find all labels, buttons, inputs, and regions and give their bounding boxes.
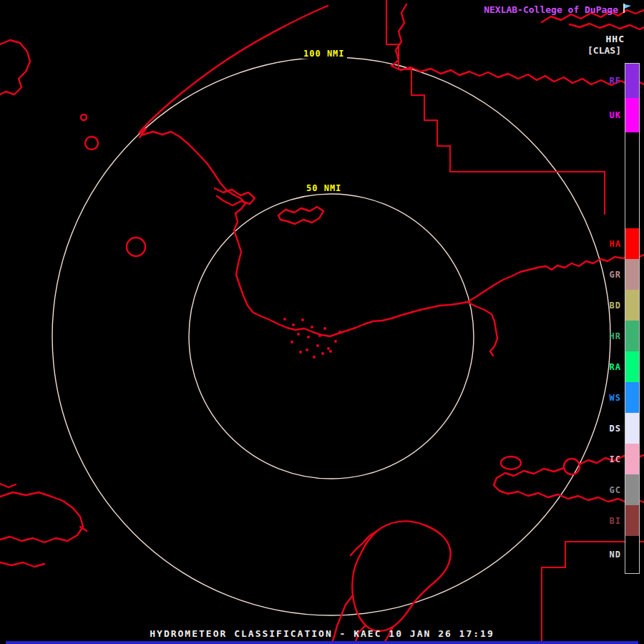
- legend-segment-nd: ND: [625, 536, 639, 573]
- coastline-bay-loop: [215, 188, 255, 205]
- coastline-left-bottom-blob: [0, 492, 83, 542]
- footer-bar: [6, 641, 638, 644]
- legend-label-uk: UK: [610, 110, 621, 120]
- legend-label-gc: GC: [610, 485, 621, 495]
- legend-label-rf: RF: [610, 76, 621, 86]
- legend-segment-gap: [625, 132, 639, 228]
- legend-label-ha: HA: [610, 239, 621, 249]
- legend-segment-bi: BI: [625, 505, 639, 536]
- island-east-circle: [564, 459, 580, 474]
- zone-line-northeast: [386, 0, 605, 215]
- radar-map: [0, 0, 644, 644]
- legend-segment-bd: BD: [625, 290, 639, 321]
- legend-segment-gr: GR: [625, 259, 639, 290]
- coastlines: [0, 4, 644, 644]
- ring-label-50nmi: 50 NMI: [304, 183, 343, 193]
- legend-label-bi: BI: [610, 516, 621, 526]
- coastline-left-top-blob: [0, 40, 30, 94]
- legend-segment-hr: HR: [625, 321, 639, 351]
- legend-segment-ra: RA: [625, 351, 639, 382]
- legend-segment-gc: GC: [625, 474, 639, 505]
- legend-segment-ds: DS: [625, 413, 639, 444]
- coastline-left-edge-1: [0, 484, 16, 487]
- island-west-circle-1: [85, 137, 98, 150]
- colorbar: RFUKHAGRBDHRRAWSDSICGCBIND: [625, 63, 640, 574]
- header-brand: NEXLAB-College of DuPage: [484, 3, 633, 16]
- coastline-top-right: [391, 66, 644, 86]
- radar-screen: NEXLAB-College of DuPage HHC [CLAS] 100 …: [0, 0, 644, 644]
- island-inner-north: [278, 207, 323, 224]
- legend-label-ws: WS: [610, 393, 621, 403]
- footer-caption: HYDROMETEOR CLASSIFICATION - KAEC 10 JAN…: [0, 628, 644, 639]
- ring-label-100nmi: 100 NMI: [301, 49, 347, 59]
- legend-segment-uk: UK: [625, 98, 639, 132]
- legend-label-hr: HR: [610, 331, 621, 341]
- zone-boundary-lines: [386, 0, 644, 644]
- legend-label-ra: RA: [610, 362, 621, 372]
- legend-segment-ic: IC: [625, 444, 639, 474]
- brand-text: NEXLAB-College of DuPage: [484, 4, 618, 15]
- legend-segment-ha: HA: [625, 228, 639, 259]
- legend-label-nd: ND: [610, 550, 621, 560]
- product-mode: [CLAS]: [587, 45, 621, 56]
- product-code: HHC: [606, 34, 625, 44]
- flag-icon: [622, 3, 633, 16]
- legend-segment-ws: WS: [625, 382, 639, 413]
- island-east-oval: [501, 457, 521, 469]
- island-west-circle-2: [81, 114, 87, 120]
- island-west-circle-3: [127, 238, 145, 256]
- coastline-left-edge-2: [0, 562, 44, 567]
- radar-center-island-specks: [283, 318, 341, 358]
- coastline-top-corner-2: [570, 24, 644, 29]
- coastline-main-shore: [141, 132, 644, 336]
- legend-label-ic: IC: [610, 454, 621, 464]
- coastline-north-arc: [139, 6, 328, 137]
- legend-label-bd: BD: [610, 301, 621, 311]
- legend-label-ds: DS: [610, 424, 621, 434]
- legend-label-gr: GR: [610, 270, 621, 280]
- legend-segment-rf: RF: [625, 64, 639, 98]
